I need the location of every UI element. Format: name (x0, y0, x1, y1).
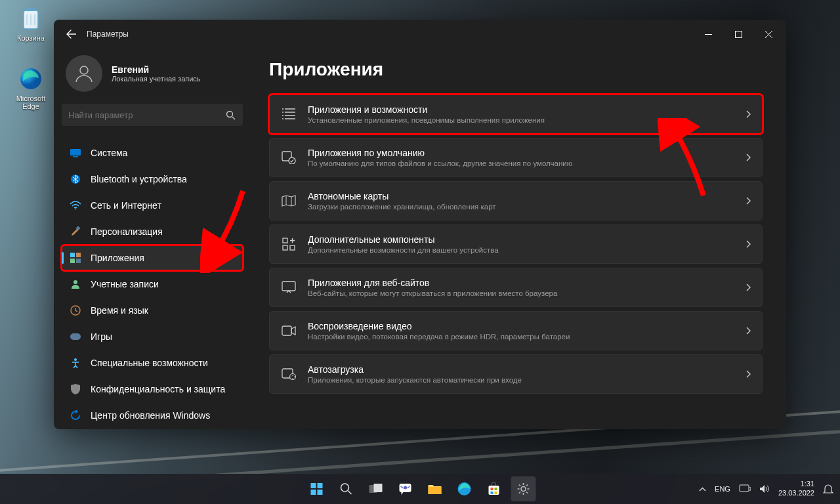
back-button[interactable] (60, 23, 83, 45)
system-icon (70, 147, 81, 159)
list-icon (280, 106, 297, 123)
search-button[interactable] (334, 476, 359, 501)
map-icon (280, 192, 297, 209)
svg-rect-17 (70, 333, 81, 340)
svg-rect-6 (70, 149, 81, 156)
nav-label: Персонализация (91, 226, 163, 237)
settings-button[interactable] (511, 476, 536, 501)
card-optional-features[interactable]: Дополнительные компонентыДополнительные … (269, 224, 763, 264)
svg-rect-12 (76, 253, 81, 257)
explorer-button[interactable] (423, 476, 448, 501)
card-title: Воспроизведение видео (308, 321, 746, 331)
svg-rect-37 (429, 487, 442, 494)
update-icon (70, 410, 81, 421)
gamepad-icon (70, 331, 81, 343)
svg-point-32 (341, 484, 349, 492)
brush-icon (70, 226, 81, 238)
svg-rect-41 (495, 488, 497, 490)
edge-button[interactable] (452, 476, 477, 501)
card-video-playback[interactable]: Воспроизведение видеоНастройки видео, по… (269, 311, 763, 350)
desktop-icon-label: Корзина (17, 34, 45, 42)
svg-rect-28 (311, 483, 316, 488)
desktop-icon-edge[interactable]: Microsoft Edge (8, 66, 54, 110)
nav-network[interactable]: Сеть и Интернет (62, 193, 243, 218)
wifi-icon (70, 200, 81, 211)
user-account[interactable]: Евгений Локальная учетная запись (62, 49, 243, 104)
page-title: Приложения (269, 59, 763, 80)
main-content: Приложения Приложения и возможностиУстан… (251, 49, 786, 429)
svg-rect-23 (290, 245, 295, 250)
card-startup[interactable]: АвтозагрузкаПриложения, которые запускаю… (269, 354, 763, 394)
user-name: Евгений (112, 64, 201, 75)
taskbar: ENG 1:31 23.03.2022 (0, 474, 840, 504)
nav-apps[interactable]: Приложения (62, 245, 243, 270)
svg-point-9 (75, 209, 76, 210)
chevron-right-icon (746, 327, 751, 335)
card-sub: Установленные приложения, псевдонимы вып… (308, 116, 746, 124)
nav-gaming[interactable]: Игры (62, 324, 243, 349)
tray-notifications-icon[interactable] (823, 484, 833, 494)
nav-label: Сеть и Интернет (91, 200, 161, 211)
tray-time: 1:31 (778, 480, 814, 489)
clock-icon (70, 304, 81, 316)
tray-volume-icon[interactable] (759, 484, 770, 494)
accessibility-icon (70, 357, 81, 369)
nav-label: Специальные возможности (91, 358, 208, 368)
svg-rect-21 (283, 238, 287, 243)
tray-network-icon[interactable] (739, 484, 751, 494)
chevron-right-icon (746, 197, 751, 205)
start-button[interactable] (304, 476, 329, 501)
nav-accessibility[interactable]: Специальные возможности (62, 350, 243, 375)
task-view-button[interactable] (364, 476, 388, 501)
window-title: Параметры (87, 30, 129, 39)
card-sub: Загрузки расположение хранилища, обновле… (308, 203, 746, 211)
card-apps-websites[interactable]: Приложения для веб-сайтовВеб-сайты, кото… (269, 268, 763, 307)
desktop-icon-recycle-bin[interactable]: Корзина (8, 5, 54, 42)
chevron-right-icon (746, 240, 751, 248)
card-offline-maps[interactable]: Автономные картыЗагрузки расположение хр… (269, 181, 763, 220)
person-icon (70, 278, 81, 290)
chevron-right-icon (746, 284, 751, 291)
svg-point-15 (74, 280, 77, 284)
nav-accounts[interactable]: Учетные записи (62, 272, 243, 297)
svg-rect-34 (374, 484, 383, 492)
nav-personalization[interactable]: Персонализация (62, 219, 243, 244)
nav-bluetooth[interactable]: Bluetooth и устройства (62, 167, 243, 192)
desktop-icon-label: Microsoft Edge (16, 94, 46, 110)
card-default-apps[interactable]: Приложения по умолчаниюПо умолчанию для … (269, 138, 763, 177)
card-sub: По умолчанию для типов файлов и ссылок, … (308, 159, 746, 167)
nav-label: Система (91, 148, 127, 158)
system-tray: ENG 1:31 23.03.2022 (699, 480, 840, 498)
card-title: Приложения и возможности (308, 104, 746, 115)
chat-button[interactable] (393, 476, 418, 501)
svg-point-5 (226, 111, 232, 117)
nav-system[interactable]: Система (62, 140, 243, 165)
nav-update[interactable]: Центр обновления Windows (62, 403, 243, 428)
nav-privacy[interactable]: Конфиденциальность и защита (62, 377, 243, 402)
card-apps-features[interactable]: Приложения и возможностиУстановленные пр… (269, 94, 763, 134)
tray-chevron-icon[interactable] (699, 487, 706, 492)
tray-language[interactable]: ENG (715, 485, 730, 493)
user-sub: Локальная учетная запись (112, 75, 201, 83)
svg-rect-31 (318, 490, 323, 495)
search-box[interactable] (62, 104, 243, 126)
nav-label: Время и язык (91, 305, 148, 316)
svg-rect-42 (491, 492, 494, 494)
svg-rect-45 (740, 485, 749, 492)
nav: Система Bluetooth и устройства Сеть и Ин… (62, 140, 243, 428)
svg-point-4 (80, 66, 88, 74)
svg-rect-11 (70, 253, 75, 257)
tray-clock[interactable]: 1:31 23.03.2022 (778, 480, 814, 498)
card-sub: Веб-сайты, которые могут открываться в п… (308, 289, 746, 297)
svg-rect-13 (70, 259, 75, 263)
startup-icon (280, 366, 297, 383)
maximize-button[interactable] (723, 24, 753, 45)
nav-time[interactable]: Время и язык (62, 298, 243, 323)
search-input[interactable] (68, 110, 224, 120)
store-button[interactable] (482, 476, 507, 501)
close-button[interactable] (753, 24, 784, 45)
chevron-right-icon (746, 370, 751, 378)
svg-rect-25 (282, 326, 291, 335)
apps-icon (70, 252, 81, 264)
minimize-button[interactable] (693, 24, 723, 45)
